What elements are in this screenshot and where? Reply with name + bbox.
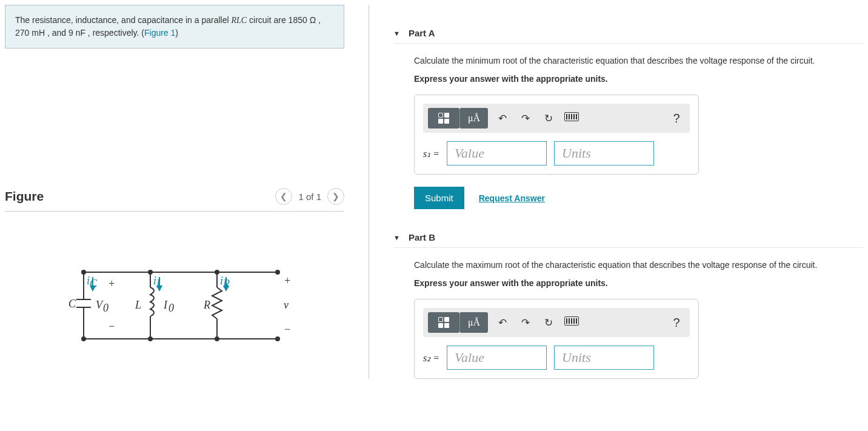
pager-label: 1 of 1 — [298, 192, 321, 202]
redo-icon[interactable]: ↷ — [517, 112, 534, 125]
templates-button[interactable] — [428, 108, 459, 129]
request-answer-link[interactable]: Request Answer — [479, 193, 545, 203]
part-a-value-input[interactable] — [447, 141, 547, 165]
reset-icon[interactable]: ↻ — [540, 316, 557, 329]
part-a-instruction: Express your answer with the appropriate… — [414, 74, 863, 84]
svg-text:0: 0 — [103, 302, 109, 314]
svg-text:R: R — [203, 299, 210, 311]
part-b-value-input[interactable] — [447, 346, 547, 370]
problem-statement: The resistance, inductance, and capacita… — [5, 5, 344, 48]
help-icon[interactable]: ? — [668, 316, 685, 330]
part-b-title: Part B — [409, 232, 435, 242]
part-b-header[interactable]: ▼ Part B — [393, 227, 863, 248]
redo-icon[interactable]: ↷ — [517, 316, 534, 329]
part-b-variable-label: s₂ = — [423, 352, 439, 364]
part-a-question: Calculate the minimum root of the charac… — [414, 56, 863, 65]
svg-point-9 — [275, 336, 280, 341]
r-value: 1850 Ω — [289, 15, 316, 25]
circuit-diagram: iC iL iR C V0 L I0 R v + − + − — [5, 254, 344, 359]
svg-text:v: v — [284, 299, 289, 311]
svg-text:0: 0 — [169, 302, 174, 314]
part-a-variable-label: s₁ = — [423, 148, 439, 159]
keyboard-icon[interactable] — [563, 112, 580, 124]
help-icon[interactable]: ? — [668, 112, 685, 125]
rlc-term: RLC — [231, 16, 247, 25]
svg-text:+: + — [108, 278, 115, 290]
part-a-answer-box: μÅ ↶ ↷ ↻ ? s₁ = — [414, 95, 699, 175]
caret-down-icon: ▼ — [393, 234, 400, 241]
svg-text:I: I — [163, 299, 168, 311]
undo-icon[interactable]: ↶ — [494, 112, 511, 125]
part-a-header[interactable]: ▼ Part A — [393, 23, 863, 44]
reset-icon[interactable]: ↻ — [540, 112, 557, 125]
part-b-answer-box: μÅ ↶ ↷ ↻ ? s₂ = — [414, 299, 699, 379]
l-value: 270 mH — [15, 28, 45, 38]
svg-text:R: R — [222, 278, 230, 290]
part-b-units-input[interactable] — [554, 346, 654, 370]
units-picker-button[interactable]: μÅ — [459, 108, 488, 129]
svg-text:−: − — [108, 320, 115, 332]
figure-pager: ❮ 1 of 1 ❯ — [275, 188, 344, 205]
undo-icon[interactable]: ↶ — [494, 316, 511, 329]
figure-heading: Figure — [5, 189, 44, 204]
part-a-title: Part A — [409, 28, 435, 38]
svg-text:−: − — [284, 323, 291, 335]
units-picker-button[interactable]: μÅ — [459, 312, 488, 333]
keyboard-icon[interactable] — [563, 316, 580, 329]
svg-point-5 — [275, 270, 280, 275]
templates-button[interactable] — [428, 312, 459, 333]
svg-text:+: + — [284, 275, 291, 287]
pager-prev-button[interactable]: ❮ — [275, 188, 292, 205]
intro-text: The resistance, inductance, and capacita… — [15, 15, 231, 25]
part-a-units-input[interactable] — [554, 141, 654, 165]
part-b-instruction: Express your answer with the appropriate… — [414, 278, 863, 288]
svg-text:C: C — [68, 298, 76, 310]
submit-button[interactable]: Submit — [414, 187, 464, 209]
figure-link[interactable]: Figure 1 — [144, 28, 175, 38]
svg-text:L: L — [135, 299, 141, 311]
svg-text:C: C — [90, 278, 98, 290]
caret-down-icon: ▼ — [393, 30, 400, 37]
c-value: 9 nF — [68, 28, 85, 38]
pager-next-button[interactable]: ❯ — [327, 188, 344, 205]
svg-text:L: L — [156, 278, 162, 290]
part-b-question: Calculate the maximum root of the charac… — [414, 260, 863, 270]
